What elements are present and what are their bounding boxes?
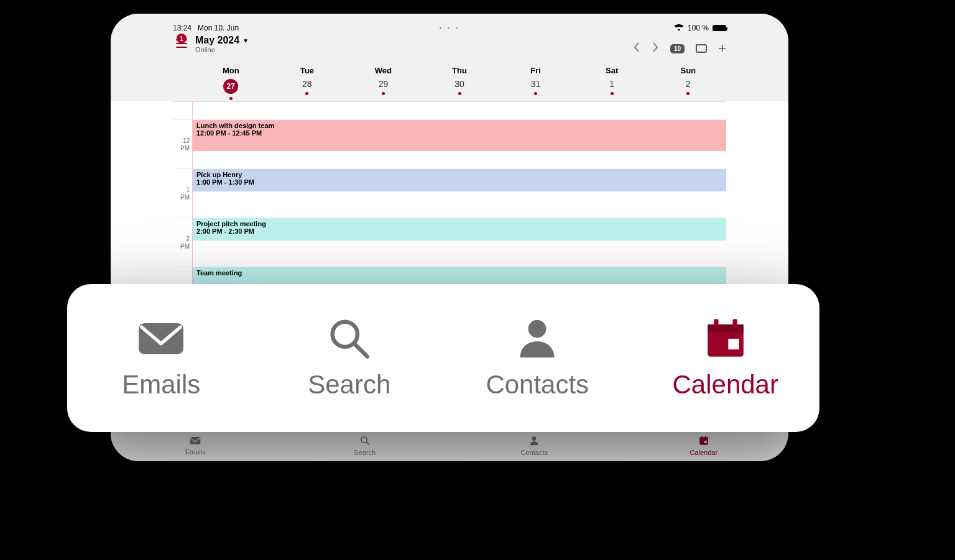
- tab-label: Emails: [185, 448, 206, 456]
- event-time: 1:00 PM - 1:30 PM: [196, 178, 722, 186]
- tab-label: Calendar: [690, 449, 717, 456]
- hour-label: 1PM: [173, 169, 193, 218]
- event-title: Project pitch meeting: [196, 220, 722, 227]
- menu-button[interactable]: 1: [173, 35, 190, 52]
- day-num: 30: [422, 79, 498, 89]
- hour-label: 2PM: [173, 218, 193, 267]
- day-col-tue[interactable]: Tue 28: [269, 66, 346, 100]
- day-col-mon[interactable]: Mon 27: [193, 66, 269, 100]
- day-name: Thu: [422, 66, 498, 75]
- svg-rect-9: [139, 323, 183, 354]
- tab-emails[interactable]: Emails: [111, 431, 280, 461]
- prev-button[interactable]: [633, 42, 640, 55]
- day-num: 29: [345, 79, 422, 89]
- calendar-icon: [701, 316, 750, 361]
- day-name: Sun: [650, 66, 726, 75]
- event-block[interactable]: Project pitch meeting 2:00 PM - 2:30 PM: [193, 218, 726, 241]
- event-time: 2:00 PM - 2:30 PM: [196, 227, 722, 235]
- tab-contacts[interactable]: Contacts: [450, 431, 619, 461]
- bottom-tab-bar: Emails Search Contacts Calendar: [111, 430, 788, 461]
- svg-rect-16: [714, 319, 718, 328]
- event-title: Lunch with design team: [196, 122, 722, 129]
- battery-icon: [713, 25, 726, 32]
- next-button[interactable]: [652, 42, 659, 55]
- event-dot: [611, 92, 614, 95]
- chevron-down-icon: ▼: [242, 37, 249, 44]
- day-name: Wed: [345, 66, 422, 75]
- day-col-fri[interactable]: Fri 31: [497, 66, 574, 100]
- view-toggle-button[interactable]: [696, 44, 707, 53]
- event-title: Pick up Henry: [196, 171, 722, 178]
- month-title: May 2024: [195, 35, 239, 46]
- svg-point-3: [532, 436, 537, 441]
- status-bar: 13:24 Mon 10. Jun • • • 100 %: [111, 14, 788, 31]
- weekday-row: Mon 27 Tue 28 Wed 29 Thu 30 Fri 31 Sat 1: [111, 62, 788, 101]
- today-badge[interactable]: 10: [670, 44, 685, 53]
- svg-point-12: [528, 320, 547, 338]
- event-block[interactable]: Pick up Henry 1:00 PM - 1:30 PM: [193, 169, 726, 191]
- event-dot: [458, 92, 461, 95]
- svg-rect-15: [728, 339, 739, 349]
- svg-rect-7: [701, 436, 703, 438]
- search-icon: [360, 436, 370, 448]
- day-col-sat[interactable]: Sat 1: [574, 66, 650, 100]
- event-dot: [382, 92, 385, 95]
- menu-badge: 1: [177, 34, 187, 44]
- day-num: 28: [269, 79, 346, 89]
- add-event-button[interactable]: +: [718, 40, 726, 57]
- day-num: 31: [497, 79, 574, 89]
- status-subtitle: Online: [195, 46, 249, 53]
- big-tab-emails[interactable]: Emails: [67, 284, 256, 432]
- svg-rect-6: [704, 441, 706, 443]
- svg-rect-0: [190, 437, 201, 444]
- event-dot: [305, 92, 308, 95]
- svg-line-11: [354, 344, 367, 357]
- person-icon: [513, 316, 561, 361]
- big-tab-search[interactable]: Search: [256, 284, 444, 432]
- mail-icon: [190, 436, 201, 447]
- day-col-wed[interactable]: Wed 29: [345, 66, 422, 100]
- day-col-thu[interactable]: Thu 30: [422, 66, 498, 100]
- event-time: 12:00 PM - 12:45 PM: [196, 129, 722, 137]
- tab-search[interactable]: Search: [280, 431, 450, 461]
- event-dot: [534, 92, 537, 95]
- person-icon: [529, 436, 539, 448]
- svg-rect-5: [699, 438, 708, 439]
- tab-label: Emails: [122, 370, 200, 400]
- event-dot: [229, 97, 233, 100]
- mail-icon: [137, 316, 185, 361]
- tab-label: Calendar: [673, 370, 778, 400]
- tab-calendar[interactable]: Calendar: [619, 431, 789, 461]
- tab-bar-zoom-card: Emails Search Contacts Calendar: [67, 284, 819, 432]
- event-dot: [686, 92, 690, 95]
- event-title: Team meeting: [196, 269, 722, 277]
- day-col-sun[interactable]: Sun 2: [650, 66, 726, 100]
- day-name: Mon: [193, 66, 269, 75]
- tab-label: Contacts: [486, 370, 589, 400]
- hour-label: 12PM: [173, 120, 193, 168]
- day-name: Fri: [497, 66, 574, 75]
- svg-rect-14: [708, 324, 744, 333]
- big-tab-contacts[interactable]: Contacts: [443, 284, 632, 432]
- search-icon: [325, 316, 374, 361]
- day-num: 27: [223, 79, 238, 94]
- svg-line-2: [366, 442, 369, 445]
- svg-point-1: [361, 437, 367, 443]
- day-name: Sat: [574, 66, 650, 75]
- tab-label: Search: [354, 449, 376, 456]
- day-num: 1: [574, 79, 650, 89]
- tab-label: Search: [308, 370, 390, 400]
- calendar-header: 1 May 2024 ▼ Online 10 +: [111, 31, 788, 62]
- calendar-icon: [699, 436, 709, 448]
- day-name: Tue: [269, 66, 346, 75]
- month-picker[interactable]: May 2024 ▼: [195, 35, 249, 46]
- svg-rect-17: [732, 319, 737, 328]
- event-block[interactable]: Lunch with design team 12:00 PM - 12:45 …: [193, 120, 726, 151]
- tab-label: Contacts: [521, 449, 548, 456]
- day-num: 2: [650, 79, 726, 89]
- big-tab-calendar[interactable]: Calendar: [632, 284, 820, 432]
- svg-rect-8: [705, 436, 706, 438]
